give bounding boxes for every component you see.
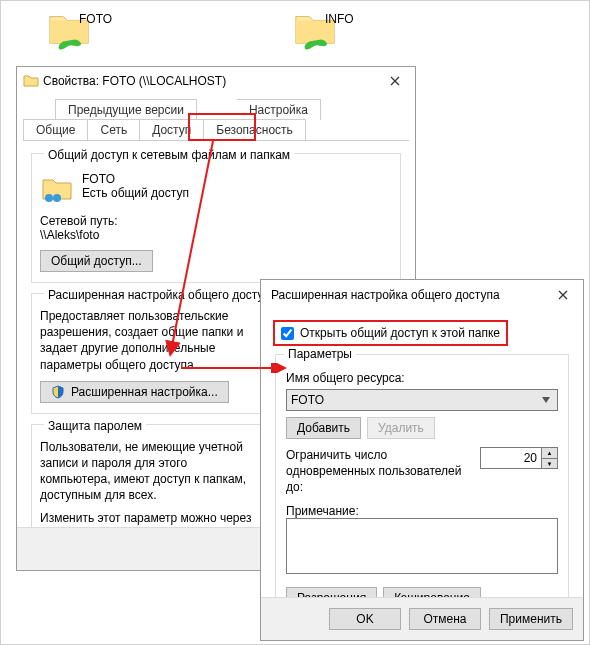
dialog-title: Свойства: FOTO (\\LOCALHOST) xyxy=(39,74,381,88)
netpath-label: Сетевой путь: xyxy=(40,214,392,228)
user-limit-input[interactable] xyxy=(481,448,541,468)
advanced-sharing-dialog: Расширенная настройка общего доступа Отк… xyxy=(260,279,584,641)
share-folder-name: FOTO xyxy=(82,172,189,186)
close-button[interactable] xyxy=(549,286,577,304)
tab-general[interactable]: Общие xyxy=(23,119,88,140)
share-status: Есть общий доступ xyxy=(82,186,189,200)
tab-previous-versions[interactable]: Предыдущие версии xyxy=(55,99,197,120)
limit-label: Ограничить число одновременных пользоват… xyxy=(286,447,466,496)
spinner-up[interactable]: ▲ xyxy=(541,448,557,458)
share-name-combo[interactable]: FOTO xyxy=(286,389,558,411)
share-folder-checkbox[interactable] xyxy=(281,327,294,340)
netpath-value: \\Aleks\foto xyxy=(40,228,392,242)
tab-network[interactable]: Сеть xyxy=(88,119,140,140)
parameters-fieldset: Параметры Имя общего ресурса: FOTO Добав… xyxy=(275,354,569,626)
add-button[interactable]: Добавить xyxy=(286,417,361,439)
svg-point-0 xyxy=(45,194,53,202)
folder-small-icon xyxy=(23,73,39,89)
note-textarea[interactable] xyxy=(286,518,558,574)
dialog2-title: Расширенная настройка общего доступа xyxy=(267,288,549,302)
close-button[interactable] xyxy=(381,72,409,90)
apply-button[interactable]: Применить xyxy=(489,608,573,630)
shield-icon xyxy=(51,385,65,399)
note-label: Примечание: xyxy=(286,504,558,518)
share-checkbox-highlight: Открыть общий доступ к этой папке xyxy=(273,320,508,346)
tab-customize[interactable]: Настройка xyxy=(237,99,321,120)
group-network-share: Общий доступ к сетевым файлам и папкам F… xyxy=(31,153,401,283)
user-limit-spinner[interactable]: ▲ ▼ xyxy=(480,447,558,469)
share-button[interactable]: Общий доступ... xyxy=(40,250,153,272)
remove-button: Удалить xyxy=(367,417,435,439)
ok-button[interactable]: OK xyxy=(329,608,401,630)
cancel-button[interactable]: Отмена xyxy=(409,608,481,630)
shared-folder-icon xyxy=(40,172,74,206)
folder-label[interactable]: INFO xyxy=(325,12,354,26)
tabs-container: Предыдущие версии Настройка Общие Сеть Д… xyxy=(23,99,409,141)
tab-sharing[interactable]: Доступ xyxy=(140,119,204,140)
pwd-desc: Пользователи, не имеющие учетной записи … xyxy=(40,439,260,504)
tab-security[interactable]: Безопасность xyxy=(204,119,306,140)
spinner-down[interactable]: ▼ xyxy=(541,458,557,468)
advanced-share-button[interactable]: Расширенная настройка... xyxy=(40,381,229,403)
adv-share-desc: Предоставляет пользовательские разрешени… xyxy=(40,308,260,373)
share-name-label: Имя общего ресурса: xyxy=(286,371,558,385)
svg-point-1 xyxy=(53,194,61,202)
folder-label[interactable]: FOTO xyxy=(79,12,112,26)
chevron-down-icon xyxy=(539,397,553,403)
share-folder-label[interactable]: Открыть общий доступ к этой папке xyxy=(300,326,500,340)
